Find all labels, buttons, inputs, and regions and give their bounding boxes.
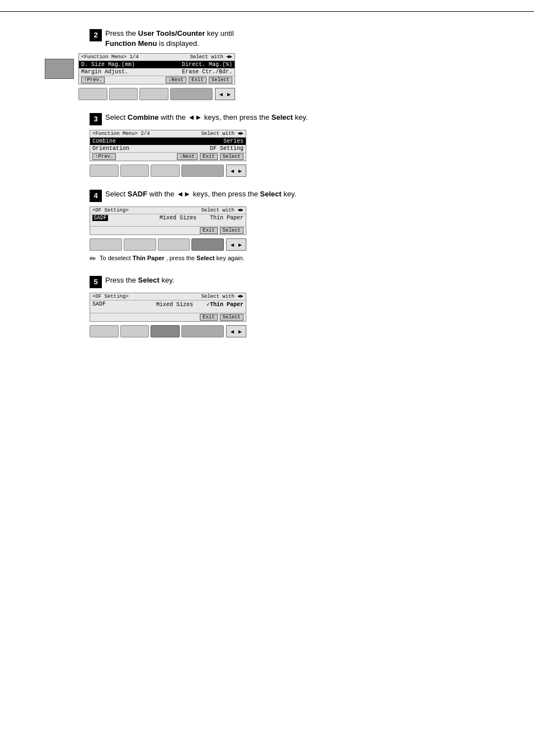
step2-row1-left: D. Size Mag.(mm) bbox=[81, 62, 135, 68]
step5-key2 bbox=[120, 325, 149, 337]
step5-number: 5 bbox=[90, 276, 102, 288]
step4-note: ✏ To deselect Thin Paper , press the Sel… bbox=[90, 254, 444, 263]
step3-btn-exit[interactable]: Exit bbox=[200, 153, 218, 160]
step4-left-arrow: ◄ bbox=[229, 242, 235, 248]
step5-right-arrow: ► bbox=[237, 328, 243, 335]
step4-row1-right: Mixed Sizes Thin Paper bbox=[160, 215, 243, 221]
step4-screen: <DF Setting> Select with ◄► SADF Mixed S… bbox=[90, 206, 246, 235]
step5-key: Select bbox=[138, 276, 160, 284]
step5-btn-select[interactable]: Select bbox=[220, 314, 243, 321]
step2-number: 2 bbox=[90, 29, 102, 41]
step3-btn-prev[interactable]: ↑Prev. bbox=[92, 153, 116, 160]
step2-key1 bbox=[78, 88, 107, 100]
step3-right-arrow: ► bbox=[237, 168, 243, 174]
step4-key4 bbox=[191, 238, 224, 251]
step5-row1-right1: Mixed Sizes bbox=[156, 302, 193, 308]
step4-arrow-box: ◄ ► bbox=[226, 238, 246, 251]
step2-screen-title-right: Select with ◄► bbox=[190, 54, 232, 60]
step2-key2 bbox=[109, 88, 138, 100]
step4-key: Select bbox=[260, 190, 282, 198]
step4-btn-exit[interactable]: Exit bbox=[200, 227, 218, 234]
step2-key-row bbox=[78, 88, 213, 100]
step2-row2-right: Erase Ctr./Bdr. bbox=[182, 69, 232, 75]
step5-screen-title-right: Select with ◄► bbox=[201, 294, 243, 299]
step2-row1-right: Direct. Mag.(%) bbox=[182, 62, 232, 68]
step3-arrow-box: ◄ ► bbox=[226, 165, 246, 177]
note-icon: ✏ bbox=[90, 254, 96, 263]
step3-key1 bbox=[90, 165, 119, 177]
step3-screen-row1: Combine Series bbox=[90, 138, 246, 145]
step5-key4 bbox=[181, 325, 224, 337]
step4-right-arrow: ► bbox=[237, 242, 243, 248]
step2-right-arrow: ► bbox=[226, 91, 232, 97]
step2-screen-title-left: <Function Menu> 1/4 bbox=[81, 54, 139, 60]
step2-row2-left: Margin Adjust. bbox=[81, 69, 128, 75]
step5-key-row bbox=[90, 325, 224, 337]
step3-header: 3 Select Combine with the ◄► keys, then … bbox=[90, 112, 444, 125]
step3-key-row bbox=[90, 165, 224, 177]
step3-text3: key. bbox=[295, 113, 308, 121]
step3-key3 bbox=[151, 165, 180, 177]
step5-text: Press the Select key. bbox=[105, 275, 174, 285]
step5-screen-row1: SADF Mixed Sizes ✓Thin Paper bbox=[90, 300, 246, 308]
step4-text1: Select bbox=[105, 190, 125, 198]
step4-text2: with the ◄► keys, then press the bbox=[149, 190, 258, 198]
step2-arrows: ◄ ► bbox=[215, 88, 235, 100]
step4-empty-row bbox=[90, 222, 246, 226]
step5-arrow-box: ◄ ► bbox=[226, 325, 246, 337]
step3-row2-left: Orientation bbox=[92, 145, 129, 152]
step4-key1 bbox=[90, 238, 122, 251]
step5-key3 bbox=[151, 325, 180, 337]
step2-btn-select[interactable]: Select bbox=[209, 77, 232, 83]
page-container: 2 Press the User Tools/Counter key until… bbox=[0, 0, 534, 756]
step3-arrows: ◄ ► bbox=[226, 165, 246, 177]
note-key: Select bbox=[196, 255, 214, 261]
note-text1: To deselect bbox=[100, 255, 131, 261]
step3-btn-next[interactable]: ↓Next bbox=[177, 153, 198, 160]
step2-screen-title: <Function Menu> 1/4 Select with ◄► bbox=[79, 54, 235, 61]
step3-screen-title: <Function Menu> 2/4 Select with ◄► bbox=[90, 130, 246, 138]
step3-item: Combine bbox=[128, 113, 159, 121]
step4-header: 4 Select SADF with the ◄► keys, then pre… bbox=[90, 189, 444, 202]
step4-screen-title-right: Select with ◄► bbox=[201, 208, 243, 213]
step5-key1 bbox=[90, 325, 119, 337]
step2-item: Function Menu bbox=[105, 39, 157, 48]
step2-text1: Press the bbox=[105, 29, 136, 37]
note-text: To deselect Thin Paper , press the Selec… bbox=[100, 254, 245, 262]
step2-text: Press the User Tools/Counter key until F… bbox=[105, 29, 234, 49]
step4-btn-select[interactable]: Select bbox=[220, 227, 243, 234]
step4-item: SADF bbox=[128, 190, 147, 198]
step3-btn-select[interactable]: Select bbox=[220, 153, 243, 160]
step2-btn-exit[interactable]: Exit bbox=[189, 77, 207, 83]
step5-left-arrow: ◄ bbox=[229, 328, 235, 335]
step4-keypad: ◄ ► bbox=[90, 238, 246, 251]
step3-left-arrow: ◄ bbox=[229, 168, 235, 174]
step4-text3: key. bbox=[283, 190, 296, 198]
step5-block: 5 Press the Select key. <DF Setting> Sel… bbox=[90, 275, 444, 337]
step5-text2: key. bbox=[161, 276, 174, 284]
step3-screen-row2: Orientation DF Setting bbox=[90, 145, 246, 152]
step3-key4 bbox=[181, 165, 224, 177]
step4-number: 4 bbox=[90, 190, 102, 202]
step3-row2-right: DF Setting bbox=[210, 145, 243, 152]
step3-key2 bbox=[120, 165, 149, 177]
step3-block: 3 Select Combine with the ◄► keys, then … bbox=[90, 112, 444, 177]
step3-text1: Select bbox=[105, 113, 125, 121]
step5-row1-left: SADF bbox=[92, 301, 106, 308]
step2-screen-row1: D. Size Mag.(mm) Direct. Mag.(%) bbox=[79, 61, 235, 68]
step4-row1-right1: Mixed Sizes bbox=[160, 215, 196, 221]
step3-row1-left: Combine bbox=[92, 138, 116, 144]
step5-row1-right: Mixed Sizes ✓Thin Paper bbox=[156, 301, 243, 308]
step2-btn-prev[interactable]: ↑Prev. bbox=[81, 77, 105, 83]
step2-text4: is displayed. bbox=[159, 39, 199, 48]
step4-block: 4 Select SADF with the ◄► keys, then pre… bbox=[90, 189, 444, 263]
step3-row1-right: Series bbox=[223, 138, 243, 144]
step5-text1: Press the bbox=[105, 276, 136, 284]
step2-arrow-box: ◄ ► bbox=[215, 88, 235, 100]
step3-key: Select bbox=[271, 113, 293, 121]
step4-arrows: ◄ ► bbox=[226, 238, 246, 251]
step3-text2: with the ◄► keys, then press the bbox=[161, 113, 269, 121]
step5-btn-exit[interactable]: Exit bbox=[200, 314, 218, 321]
step5-row1-right2: ✓Thin Paper bbox=[207, 302, 243, 308]
step2-btn-next[interactable]: ↓Next bbox=[166, 77, 186, 83]
